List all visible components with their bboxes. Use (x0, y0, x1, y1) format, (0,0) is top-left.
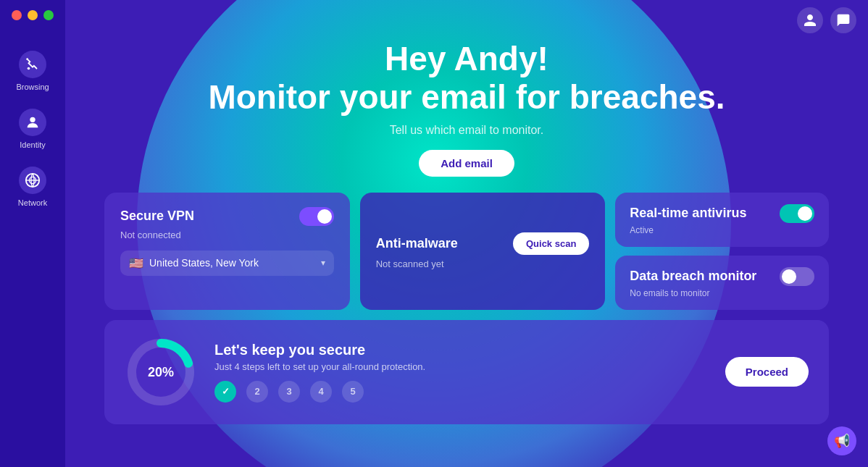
breach-title: Data breach monitor (630, 269, 756, 284)
breach-toggle[interactable] (780, 267, 814, 286)
sidebar: Browsing Identity Network (0, 0, 65, 467)
vpn-toggle-knob (317, 209, 332, 224)
minimize-button[interactable] (28, 10, 38, 20)
hero-section: Hey Andy! Monitor your email for breache… (208, 40, 725, 177)
progress-percentage: 20% (148, 364, 174, 379)
antivirus-card: Real-time antivirus Active (615, 193, 829, 247)
vpn-location-selector[interactable]: 🇺🇸 United States, New York ▾ (120, 251, 334, 276)
vpn-card-header: Secure VPN (120, 207, 334, 226)
svg-point-0 (28, 67, 30, 70)
step-3: 3 (278, 381, 300, 403)
malware-card-header: Anti-malware Quick scan (376, 232, 590, 255)
top-right-icons (797, 7, 856, 33)
malware-card: Anti-malware Quick scan Not scanned yet (360, 193, 606, 310)
step-4: 4 (310, 381, 332, 403)
step-2: 2 (246, 381, 268, 403)
location-name: United States, New York (149, 257, 315, 269)
megaphone-icon[interactable]: 📢 (827, 426, 856, 455)
hero-greeting: Hey Andy! Monitor your email for breache… (208, 40, 725, 117)
sidebar-network-label: Network (18, 198, 47, 207)
add-email-button[interactable]: Add email (419, 150, 514, 177)
svg-point-2 (30, 117, 35, 122)
step-5: 5 (342, 381, 364, 403)
vpn-toggle[interactable] (299, 207, 334, 226)
window-controls (12, 10, 54, 20)
sidebar-identity-label: Identity (20, 140, 45, 149)
location-flag: 🇺🇸 (129, 256, 143, 270)
vpn-status: Not connected (120, 230, 334, 240)
main-content: Hey Andy! Monitor your email for breache… (65, 0, 868, 467)
breach-header: Data breach monitor (630, 267, 814, 286)
steps-row: ✓ 2 3 4 5 (214, 381, 708, 403)
malware-title: Anti-malware (376, 236, 458, 251)
antivirus-toggle-knob (798, 206, 812, 221)
close-button[interactable] (12, 10, 22, 20)
maximize-button[interactable] (43, 10, 54, 20)
hero-subtitle: Tell us which email to monitor. (208, 124, 725, 137)
breach-toggle-knob (782, 269, 796, 284)
antivirus-title: Real-time antivirus (630, 206, 746, 221)
progress-card: 20% Let's keep you secure Just 4 steps l… (104, 320, 829, 424)
progress-title: Let's keep you secure (214, 342, 708, 358)
svg-point-1 (26, 58, 28, 60)
identity-icon (19, 109, 46, 136)
progress-description: Just 4 steps left to set up your all-rou… (214, 361, 708, 372)
vpn-title: Secure VPN (120, 209, 194, 224)
vpn-card: Secure VPN Not connected 🇺🇸 United State… (104, 193, 350, 310)
step-1: ✓ (214, 381, 236, 403)
network-icon (19, 167, 46, 194)
sidebar-item-network[interactable]: Network (5, 159, 60, 214)
malware-status: Not scanned yet (376, 258, 590, 269)
antivirus-toggle[interactable] (780, 204, 814, 223)
bottom-right-widget: 📢 (827, 426, 856, 455)
sidebar-item-identity[interactable]: Identity (5, 101, 60, 156)
chevron-down-icon: ▾ (321, 258, 325, 268)
breach-card: Data breach monitor No emails to monitor (615, 256, 829, 310)
sidebar-item-browsing[interactable]: Browsing (5, 43, 60, 98)
right-card-column: Real-time antivirus Active Data breach m… (615, 193, 829, 310)
progress-donut: 20% (125, 336, 197, 408)
quick-scan-button[interactable]: Quick scan (513, 232, 589, 255)
cards-row: Secure VPN Not connected 🇺🇸 United State… (104, 193, 829, 310)
progress-content: Let's keep you secure Just 4 steps left … (214, 342, 708, 403)
user-icon[interactable] (797, 7, 823, 33)
antivirus-status: Active (630, 225, 814, 235)
hero-title: Monitor your email for breaches. (208, 78, 725, 116)
proceed-button[interactable]: Proceed (725, 357, 809, 387)
sidebar-browsing-label: Browsing (16, 83, 49, 91)
chat-icon[interactable] (830, 7, 856, 33)
browsing-icon (19, 51, 46, 78)
antivirus-header: Real-time antivirus (630, 204, 814, 223)
breach-status: No emails to monitor (630, 288, 814, 298)
